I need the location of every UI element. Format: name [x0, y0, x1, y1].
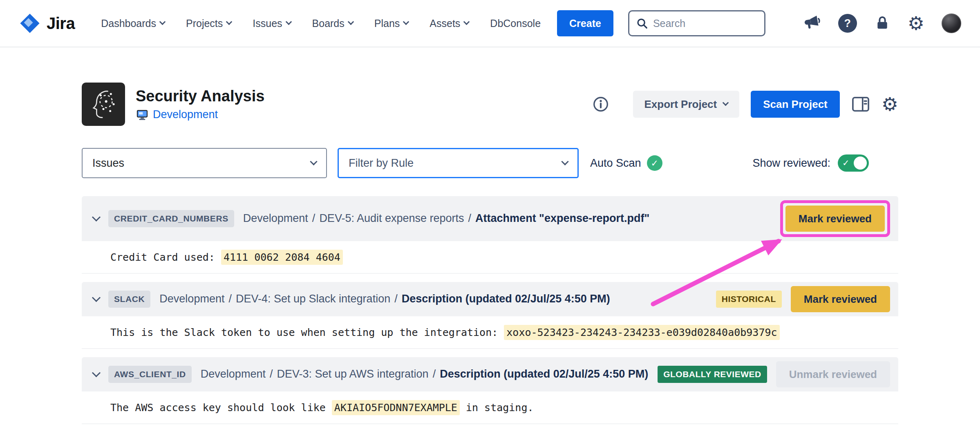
jira-logo-icon — [19, 12, 41, 34]
breadcrumb-separator: / — [433, 368, 436, 380]
finding-content: Credit Card used: 4111 0062 2084 4604 — [82, 241, 898, 274]
search-box — [628, 10, 765, 36]
detail-view-icon[interactable] — [851, 96, 870, 113]
project-mini-icon — [136, 108, 149, 121]
lock-icon[interactable] — [874, 14, 891, 32]
project-avatar — [82, 83, 125, 126]
help-icon[interactable]: ? — [838, 14, 857, 33]
collapse-chevron-icon[interactable] — [92, 293, 101, 302]
show-reviewed-label: Show reviewed: — [752, 157, 830, 170]
export-project-label: Export Project — [644, 98, 717, 111]
nav-dbconsole[interactable]: DbConsole — [490, 18, 541, 29]
project-settings-gear-icon[interactable]: ⚙ — [882, 95, 898, 114]
breadcrumb-project[interactable]: Development — [243, 212, 308, 224]
nav-projects[interactable]: Projects — [186, 18, 231, 29]
content-text: in staging. — [460, 402, 534, 414]
nav-projects-label: Projects — [186, 18, 223, 29]
breadcrumb-project[interactable]: Development — [159, 293, 224, 305]
chevron-down-icon — [226, 19, 233, 25]
chevron-down-icon — [723, 100, 729, 106]
rule-badge: SLACK — [108, 291, 150, 308]
info-icon[interactable] — [592, 96, 609, 113]
main-content: Security Analysis Development — [0, 47, 980, 424]
logo-text: Jira — [47, 14, 75, 33]
filter-by-rule-select[interactable]: Filter by Rule — [338, 148, 579, 178]
project-breadcrumb-link[interactable]: Development — [136, 108, 264, 121]
breadcrumb-separator: / — [468, 212, 472, 224]
nav-dbconsole-label: DbConsole — [490, 18, 541, 29]
settings-gear-icon[interactable]: ⚙ — [908, 14, 924, 33]
rule-badge: CREDIT_CARD_NUMBERS — [108, 210, 234, 227]
auto-scan-check-icon: ✓ — [647, 155, 662, 171]
scan-project-button[interactable]: Scan Project — [751, 91, 840, 118]
nav-assets-label: Assets — [430, 18, 460, 29]
finding-breadcrumb: Development/DEV-5: Audit expense reports… — [243, 210, 771, 226]
mark-reviewed-button[interactable]: Mark reviewed — [785, 206, 885, 232]
help-glyph: ? — [844, 17, 851, 30]
annotation-highlight-box: Mark reviewed — [780, 200, 890, 237]
breadcrumb-project[interactable]: Development — [201, 368, 266, 380]
search-icon — [636, 17, 648, 29]
globally-reviewed-badge: GLOBALLY REVIEWED — [658, 366, 767, 383]
finding-breadcrumb: Development/DEV-3: Set up AWS integratio… — [201, 366, 649, 382]
finding-row-slack: SLACK Development/DEV-4: Set up Slack in… — [82, 282, 898, 349]
top-nav-bar: Jira Dashboards Projects Issues Boards P… — [0, 0, 980, 47]
finding-row-aws: AWS_CLIENT_ID Development/DEV-3: Set up … — [82, 357, 898, 424]
breadcrumb-location: Description (updated 02/Jul/25 4:50 PM) — [440, 368, 648, 380]
chevron-down-icon — [159, 19, 166, 25]
chevron-down-icon — [310, 158, 317, 165]
show-reviewed-toggle[interactable]: ✓ — [838, 154, 869, 172]
chevron-down-icon — [561, 158, 568, 165]
detected-secret: AKIAIO5FODNN7EXAMPLE — [332, 400, 460, 415]
chevron-down-icon — [403, 19, 409, 25]
nav-issues[interactable]: Issues — [253, 18, 291, 29]
content-text: The AWS access key should look like — [110, 402, 332, 414]
auto-scan-label: Auto Scan — [590, 157, 641, 170]
search-input[interactable] — [653, 18, 758, 29]
finding-header: CREDIT_CARD_NUMBERS Development/DEV-5: A… — [82, 196, 898, 241]
create-button[interactable]: Create — [557, 10, 613, 36]
findings-list: CREDIT_CARD_NUMBERS Development/DEV-5: A… — [82, 196, 898, 424]
finding-header: SLACK Development/DEV-4: Set up Slack in… — [82, 282, 898, 316]
breadcrumb-separator: / — [270, 368, 273, 380]
breadcrumb-issue[interactable]: DEV-5: Audit expense reports — [319, 212, 464, 224]
chevron-down-icon — [463, 19, 470, 25]
project-titles: Security Analysis Development — [136, 87, 264, 121]
check-glyph: ✓ — [651, 158, 658, 168]
jira-logo[interactable]: Jira — [19, 12, 75, 34]
rule-badge: AWS_CLIENT_ID — [108, 366, 192, 383]
issue-type-select[interactable]: Issues — [82, 148, 327, 178]
detected-secret: 4111 0062 2084 4604 — [221, 250, 343, 265]
breadcrumb-issue[interactable]: DEV-4: Set up Slack integration — [236, 293, 390, 305]
breadcrumb-separator: / — [312, 212, 315, 224]
issue-type-select-value: Issues — [92, 157, 124, 170]
announcement-icon[interactable] — [802, 14, 821, 33]
breadcrumb-location: Attachment "expense-report.pdf" — [475, 212, 649, 224]
detected-secret: xoxo-523423-234243-234233-e039d02840a0b9… — [504, 325, 779, 340]
user-avatar[interactable] — [942, 13, 961, 33]
nav-issues-label: Issues — [253, 18, 282, 29]
breadcrumb-location: Description (updated 02/Jul/25 4:50 PM) — [402, 293, 610, 305]
finding-row-credit-card: CREDIT_CARD_NUMBERS Development/DEV-5: A… — [82, 196, 898, 274]
mark-reviewed-button[interactable]: Mark reviewed — [791, 286, 890, 312]
toggle-check-glyph: ✓ — [842, 158, 850, 168]
historical-badge: HISTORICAL — [716, 291, 782, 308]
primary-nav: Dashboards Projects Issues Boards Plans … — [101, 18, 541, 29]
nav-dashboards[interactable]: Dashboards — [101, 18, 165, 29]
breadcrumb-issue[interactable]: DEV-3: Set up AWS integration — [277, 368, 428, 380]
nav-dashboards-label: Dashboards — [101, 18, 156, 29]
project-header: Security Analysis Development — [82, 83, 898, 126]
collapse-chevron-icon[interactable] — [92, 368, 101, 377]
nav-plans-label: Plans — [374, 18, 400, 29]
nav-plans[interactable]: Plans — [374, 18, 409, 29]
nav-boards[interactable]: Boards — [312, 18, 353, 29]
page-title: Security Analysis — [136, 87, 264, 105]
nav-assets[interactable]: Assets — [430, 18, 469, 29]
unmark-reviewed-button[interactable]: Unmark reviewed — [776, 361, 890, 387]
auto-scan-status: Auto Scan ✓ — [590, 155, 662, 171]
collapse-chevron-icon[interactable] — [92, 212, 101, 221]
export-project-button[interactable]: Export Project — [633, 91, 740, 118]
toggle-knob — [854, 157, 867, 170]
filter-row: Issues Filter by Rule Auto Scan ✓ Show r… — [82, 148, 898, 178]
jira-app: Jira Dashboards Projects Issues Boards P… — [0, 0, 980, 425]
